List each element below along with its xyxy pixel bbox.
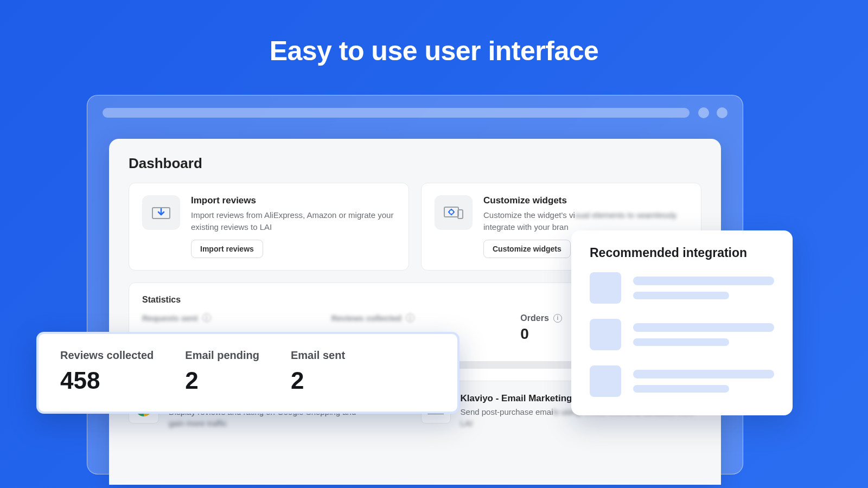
- reco-item[interactable]: [590, 319, 774, 350]
- reco-placeholder-line: [633, 385, 729, 393]
- reco-placeholder-lines: [633, 323, 774, 346]
- import-card-title: Import reviews: [191, 195, 395, 206]
- reco-item[interactable]: [590, 365, 774, 397]
- window-controls: [698, 107, 727, 118]
- reco-placeholder-line: [633, 370, 774, 378]
- float-email-sent: Email sent 2: [291, 349, 345, 394]
- google-desc-tail: gain more traffic: [169, 419, 227, 428]
- hero-title: Easy to use user interface: [0, 0, 868, 67]
- reco-placeholder-icon: [590, 319, 621, 350]
- window-dot: [698, 107, 709, 118]
- reco-placeholder-line: [633, 292, 729, 299]
- customize-card-title: Customize widgets: [483, 195, 688, 206]
- klaviyo-desc-visible: Send post-purchase emai: [461, 407, 553, 416]
- reco-placeholder-line: [633, 323, 774, 332]
- customize-icon: [435, 195, 473, 230]
- import-icon: [142, 195, 180, 230]
- customize-widgets-button[interactable]: Customize widgets: [483, 240, 571, 258]
- import-reviews-button[interactable]: Import reviews: [191, 240, 263, 258]
- import-reviews-card: Import reviews Import reviews from AliEx…: [129, 183, 409, 271]
- reco-placeholder-icon: [590, 272, 621, 304]
- customize-card-desc: Customize the widget's visual elements t…: [483, 209, 688, 233]
- reco-placeholder-lines: [633, 370, 774, 393]
- float-reviews-label: Reviews collected: [60, 349, 154, 362]
- customize-desc-visible: Customize the widget's vi: [483, 210, 575, 220]
- recommended-integration-panel: Recommended integration: [571, 230, 793, 415]
- address-bar-placeholder: [103, 108, 690, 118]
- info-icon[interactable]: i: [553, 314, 562, 323]
- float-pending-label: Email pending: [185, 349, 259, 362]
- orders-label: Orders: [520, 313, 548, 323]
- klaviyo-title-visible: Klaviyo - Email Marketing &: [461, 393, 582, 403]
- page-title: Dashboard: [129, 155, 701, 172]
- float-sent-label: Email sent: [291, 349, 345, 362]
- float-pending-value: 2: [185, 367, 259, 394]
- recommended-integration-title: Recommended integration: [590, 246, 774, 260]
- float-email-pending: Email pending 2: [185, 349, 259, 394]
- customize-desc-line2: integrate with your bran: [483, 222, 569, 232]
- browser-topbar: [87, 95, 743, 118]
- reco-placeholder-lines: [633, 277, 774, 299]
- svg-point-3: [449, 210, 454, 214]
- customize-desc-blurred: sual elements to seamlessly: [575, 210, 677, 220]
- reco-placeholder-icon: [590, 365, 621, 397]
- window-dot: [717, 107, 727, 118]
- reco-placeholder-line: [633, 277, 774, 285]
- float-reviews-value: 458: [60, 367, 154, 394]
- reco-item[interactable]: [590, 272, 774, 304]
- float-sent-value: 2: [291, 367, 345, 394]
- stat-label-requests: Requests sent: [142, 313, 198, 323]
- info-icon: i: [202, 313, 211, 322]
- svg-rect-1: [444, 207, 458, 217]
- stats-float-card: Reviews collected 458 Email pending 2 Em…: [36, 332, 459, 414]
- stat-label-reviews: Reviews collected: [331, 313, 401, 323]
- float-reviews-collected: Reviews collected 458: [60, 349, 154, 394]
- info-icon: i: [406, 313, 414, 322]
- reco-placeholder-line: [633, 338, 729, 346]
- import-card-desc: Import reviews from AliExpress, Amazon o…: [191, 209, 395, 233]
